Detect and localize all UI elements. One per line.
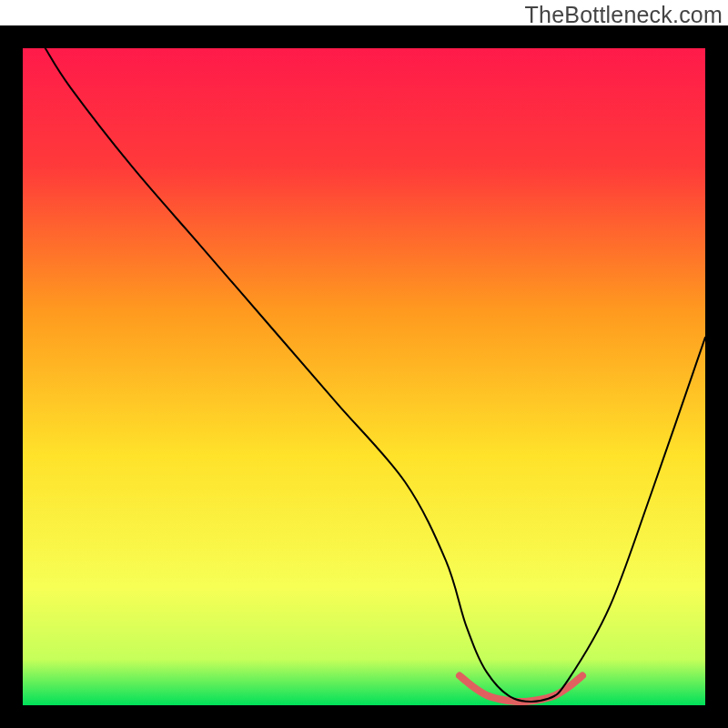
chart-svg [0, 0, 728, 728]
plot-background [23, 48, 705, 705]
chart-container: TheBottleneck.com [0, 0, 728, 728]
watermark-text: TheBottleneck.com [525, 2, 723, 28]
